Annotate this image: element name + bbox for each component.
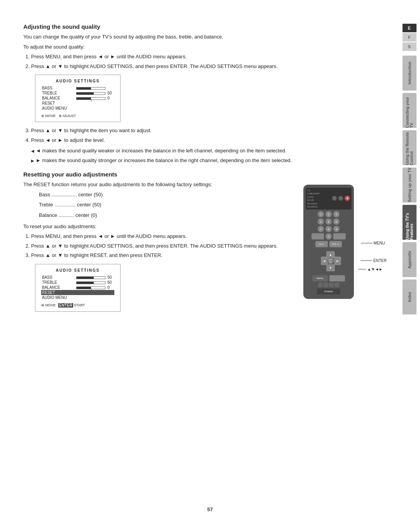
remote-btn-4[interactable]: 4 bbox=[318, 218, 324, 225]
sidebar-item-tv-features[interactable]: Using the TV's Features bbox=[402, 205, 416, 240]
remote-top-bar: TVCABLE/SATAVCRRCVRRAUDIO1RAUDIO2 ⏻ bbox=[306, 188, 352, 210]
arrows-label-area: ▲▼◄► bbox=[358, 267, 383, 271]
section1-steps1: Press MENU, and then press ◄ or ► until … bbox=[31, 53, 362, 70]
row-label: BALANCE bbox=[41, 96, 75, 101]
section2-intro: The RESET function returns your audio ad… bbox=[23, 181, 288, 189]
remote-illustration: TVCABLE/SATAVCRRCVRRAUDIO1RAUDIO2 ⏻ bbox=[296, 181, 362, 317]
section2-to-reset: To reset your audio adjustments: bbox=[23, 223, 288, 231]
row-bar bbox=[75, 96, 107, 101]
row-value: 0 bbox=[107, 96, 114, 101]
remote-bottom-row3: POWER bbox=[306, 288, 352, 295]
row-label: AUDIO MENU bbox=[41, 106, 75, 111]
remote-btn-small4[interactable] bbox=[334, 283, 339, 287]
table-row: RESET bbox=[41, 290, 114, 295]
section1-to-adjust: To adjust the sound quality: bbox=[23, 43, 362, 51]
screen2-table: BASS 50 TREBLE 50 bbox=[41, 275, 114, 300]
remote-row: 0 bbox=[306, 233, 352, 239]
table-row: TREBLE 50 bbox=[41, 91, 114, 96]
remote-btn-9[interactable]: 9 bbox=[333, 226, 340, 232]
remote-number-row: 4 5 6 bbox=[306, 218, 352, 225]
row-value: 50 bbox=[107, 91, 114, 96]
power-button[interactable]: ⏻ bbox=[345, 196, 350, 201]
two-column-layout: The RESET function returns your audio ad… bbox=[23, 181, 362, 317]
factory-settings-list: Bass .................. center (50) Treb… bbox=[39, 191, 288, 220]
remote-middle-row: CH+/- VOL+/- bbox=[306, 241, 352, 247]
remote-btn[interactable] bbox=[338, 196, 343, 201]
remote-btn-1[interactable]: 1 bbox=[318, 211, 324, 217]
screen2-footer: ⊕ MOVE ENTER START bbox=[41, 303, 114, 307]
remote-btn-8[interactable]: 8 bbox=[326, 226, 332, 232]
remote-body: TVCABLE/SATAVCRRCVRRAUDIO1RAUDIO2 ⏻ bbox=[303, 185, 354, 299]
remote-btn-6[interactable]: 6 bbox=[333, 218, 340, 225]
remote-btn-5[interactable]: 5 bbox=[326, 218, 332, 225]
remote-btn-3[interactable]: 3 bbox=[333, 211, 340, 217]
remote-btn-0[interactable]: 0 bbox=[326, 233, 332, 239]
sidebar-item-connecting[interactable]: Connecting your TV bbox=[402, 93, 416, 128]
letter-s: S bbox=[402, 42, 416, 51]
sidebar-tabs: E F S Introduction Connecting your TV Us… bbox=[399, 0, 420, 524]
arrows-label: ▲▼◄► bbox=[367, 267, 383, 271]
table-row: BALANCE 0 bbox=[41, 285, 114, 290]
section-resetting: Resetting your audio adjustments The RES… bbox=[23, 171, 362, 317]
page-number: 57 bbox=[207, 507, 213, 512]
dpad-right[interactable]: ► bbox=[334, 257, 341, 265]
row-bar bbox=[75, 86, 107, 91]
remote-btn[interactable] bbox=[332, 196, 337, 201]
sidebar-item-setting-up[interactable]: Setting up your TV bbox=[402, 168, 416, 203]
list-item: ► makes the sound quality stronger or in… bbox=[31, 157, 362, 164]
row-value: 50 bbox=[107, 280, 114, 285]
dpad-down[interactable]: ▼ bbox=[326, 264, 335, 271]
section1-bullets: ◄ makes the sound quality weaker or incr… bbox=[31, 147, 362, 164]
remote-btn-7[interactable]: 7 bbox=[318, 226, 324, 232]
remote-btn-vol[interactable]: VOL+/- bbox=[329, 241, 342, 247]
sidebar-item-remote-control[interactable]: Using the Remote Control bbox=[402, 130, 416, 165]
menu-label: MENU bbox=[374, 241, 385, 245]
sidebar-item-appendix[interactable]: Appendix bbox=[402, 242, 416, 277]
menu-label-area: MENU bbox=[361, 241, 385, 245]
list-item: Press ▲ or ▼ to highlight AUDIO SETTINGS… bbox=[31, 63, 362, 70]
remote-btn-power2[interactable]: POWER bbox=[317, 288, 340, 295]
row-label: BALANCE bbox=[41, 285, 75, 290]
row-label: TREBLE bbox=[41, 280, 75, 285]
section2-title: Resetting your audio adjustments bbox=[23, 171, 362, 178]
enter-label-area: ENTER bbox=[360, 259, 387, 263]
row-bar bbox=[75, 91, 107, 96]
remote-btn-track[interactable] bbox=[329, 275, 345, 281]
screen1-table: BASS TREBLE 50 BALANCE bbox=[41, 86, 114, 111]
table-row: RESET bbox=[41, 101, 114, 106]
sidebar-item-index[interactable]: Index bbox=[402, 279, 416, 314]
enter-line bbox=[360, 260, 372, 261]
arrows-line bbox=[358, 269, 366, 269]
enter-label-text: ENTER bbox=[373, 259, 387, 263]
row-label: BASS bbox=[41, 275, 75, 280]
remote-btn-small2[interactable] bbox=[324, 283, 328, 287]
remote-btn-2[interactable]: 2 bbox=[326, 211, 332, 217]
list-item: Press MENU, and then press ◄ or ► until … bbox=[31, 232, 288, 240]
screen2-title: AUDIO SETTINGS bbox=[41, 268, 114, 272]
remote-btn-small3[interactable] bbox=[329, 283, 334, 287]
screen-mockup-1: AUDIO SETTINGS BASS TREBLE 50 bbox=[35, 75, 121, 122]
sidebar-item-introduction[interactable]: Introduction bbox=[402, 56, 416, 91]
remote-btn-wide[interactable] bbox=[312, 233, 324, 239]
left-column: The RESET function returns your audio ad… bbox=[23, 181, 288, 317]
footer-text: ⊕ MOVE ENTER START bbox=[41, 303, 85, 307]
letter-f: F bbox=[402, 33, 416, 42]
row-label: BASS bbox=[41, 86, 75, 91]
row-bar bbox=[75, 285, 107, 290]
list-item: Press ▲ or ▼ to highlight the item you w… bbox=[31, 127, 362, 134]
remote-btn-chvol[interactable]: CH+/- bbox=[315, 241, 328, 247]
table-row: BASS 50 bbox=[41, 275, 114, 280]
table-row: AUDIO MENU bbox=[41, 106, 114, 111]
section-adjusting: Adjusting the sound quality You can chan… bbox=[23, 23, 362, 164]
row-bar bbox=[75, 275, 107, 280]
remote-dpad: ▲ ▼ ◄ ► ENTER bbox=[321, 251, 341, 271]
remote-dpad-area: ▲ ▼ ◄ ► ENTER bbox=[306, 250, 356, 273]
remote-btn-wide2[interactable] bbox=[333, 233, 346, 239]
remote-btn-small1[interactable] bbox=[318, 283, 323, 287]
dpad-enter[interactable]: ENTER bbox=[327, 257, 334, 264]
row-label: AUDIO MENU bbox=[41, 295, 75, 300]
main-content: Adjusting the sound quality You can chan… bbox=[23, 23, 362, 324]
row-label: RESET bbox=[41, 101, 75, 106]
screen-mockup-2: AUDIO SETTINGS BASS 50 TREBLE bbox=[35, 264, 121, 312]
remote-btn-menu[interactable]: MENU bbox=[312, 275, 328, 281]
